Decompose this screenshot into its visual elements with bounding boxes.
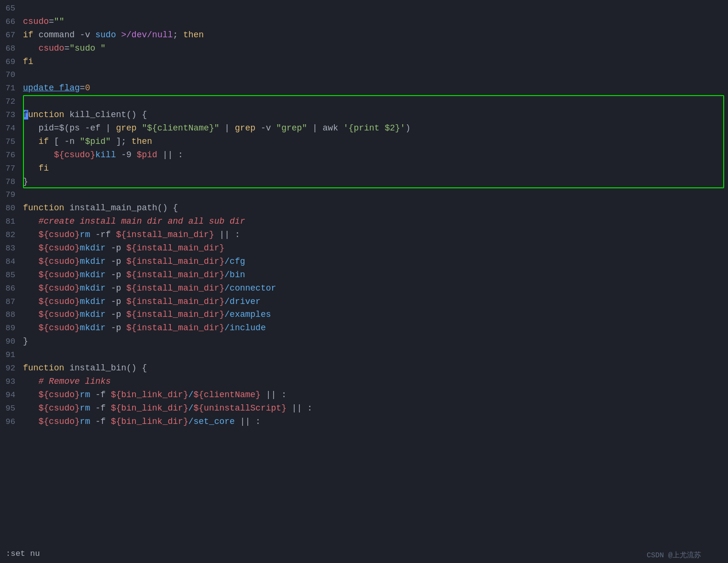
table-row: 68 csudo="sudo " [0, 42, 728, 55]
line-number: 74 [0, 122, 23, 135]
line-content: function kill_client() { [23, 108, 728, 122]
line-number: 70 [0, 69, 23, 81]
table-row: 86 ${csudo}mkdir -p ${install_main_dir}/… [0, 282, 728, 295]
line-number: 85 [0, 269, 23, 282]
line-content: ${csudo}kill -9 $pid || : [23, 149, 728, 162]
line-number: 66 [0, 16, 23, 28]
line-content: update_flag=0 [23, 82, 728, 95]
line-number: 93 [0, 376, 23, 388]
line-content: ${csudo}rm -f ${bin_link_dir}/${clientNa… [23, 389, 728, 402]
table-row: 91 [0, 348, 728, 362]
line-number: 90 [0, 336, 23, 348]
line-number: 80 [0, 202, 23, 215]
line-content: ${csudo}rm -f ${bin_link_dir}/set_core |… [23, 415, 728, 429]
watermark-text: CSDN @上尤流苏 [647, 552, 701, 560]
line-content: ${csudo}mkdir -p ${install_main_dir}/dri… [23, 295, 728, 309]
line-number: 92 [0, 362, 23, 375]
table-row: 69fi [0, 55, 728, 69]
table-row: 84 ${csudo}mkdir -p ${install_main_dir}/… [0, 255, 728, 269]
table-row: 88 ${csudo}mkdir -p ${install_main_dir}/… [0, 308, 728, 322]
line-number: 95 [0, 402, 23, 415]
line-number: 67 [0, 29, 23, 42]
line-number: 78 [0, 176, 23, 188]
table-row: 76 ${csudo}kill -9 $pid || : [0, 149, 728, 162]
line-number: 88 [0, 309, 23, 321]
line-content: } [23, 335, 728, 348]
table-row: 96 ${csudo}rm -f ${bin_link_dir}/set_cor… [0, 415, 728, 429]
line-number: 96 [0, 416, 23, 428]
table-row: 74 pid=$(ps -ef | grep "${clientName}" |… [0, 122, 728, 135]
line-content [23, 348, 728, 362]
line-content: ${csudo}mkdir -p ${install_main_dir}/cfg [23, 255, 728, 269]
line-content: fi [23, 162, 728, 175]
cursor: f [23, 110, 28, 119]
line-content: if [ -n "$pid" ]; then [23, 135, 728, 149]
line-content: ${csudo}mkdir -p ${install_main_dir}/con… [23, 282, 728, 295]
table-row: 78} [0, 175, 728, 189]
line-content: } [23, 175, 728, 189]
table-row: 65 [0, 2, 728, 15]
vim-command: :set nu [6, 548, 40, 560]
table-row: 81 #create install main dir and all sub … [0, 215, 728, 228]
line-content [23, 68, 728, 82]
table-row: 90} [0, 335, 728, 348]
line-number: 69 [0, 56, 23, 68]
table-row: 89 ${csudo}mkdir -p ${install_main_dir}/… [0, 322, 728, 335]
line-content: ${csudo}mkdir -p ${install_main_dir} [23, 242, 728, 255]
line-content [23, 188, 728, 202]
line-content [23, 95, 728, 108]
table-row: 93 # Remove links [0, 375, 728, 389]
line-content: function install_main_path() { [23, 202, 728, 215]
table-row: 73function kill_client() { [0, 108, 728, 122]
line-number: 72 [0, 96, 23, 108]
line-number: 91 [0, 349, 23, 361]
line-content: ${csudo}mkdir -p ${install_main_dir}/inc… [23, 322, 728, 335]
line-content: # Remove links [23, 375, 728, 389]
line-content: ${csudo}mkdir -p ${install_main_dir}/exa… [23, 308, 728, 322]
table-row: 66csudo="" [0, 15, 728, 29]
line-number: 83 [0, 242, 23, 255]
line-content: #create install main dir and all sub dir [23, 215, 728, 228]
line-content: if command -v sudo >/dev/null; then [23, 29, 728, 42]
table-row: 83 ${csudo}mkdir -p ${install_main_dir} [0, 242, 728, 255]
line-content: ${csudo}rm -rf ${install_main_dir} || : [23, 228, 728, 242]
line-content: fi [23, 55, 728, 69]
line-number: 86 [0, 282, 23, 295]
table-row: 85 ${csudo}mkdir -p ${install_main_dir}/… [0, 269, 728, 282]
line-number: 77 [0, 162, 23, 175]
line-content: ${csudo}rm -f ${bin_link_dir}/${uninstal… [23, 402, 728, 415]
line-number: 82 [0, 229, 23, 241]
line-number: 87 [0, 296, 23, 308]
table-row: 79 [0, 188, 728, 202]
line-number: 81 [0, 216, 23, 228]
table-row: 92function install_bin() { [0, 362, 728, 375]
line-content: pid=$(ps -ef | grep "${clientName}" | gr… [23, 122, 728, 135]
table-row: 70 [0, 68, 728, 82]
line-number: 76 [0, 149, 23, 162]
table-row: 77 fi [0, 162, 728, 175]
table-row: 95 ${csudo}rm -f ${bin_link_dir}/${unins… [0, 402, 728, 415]
line-number: 75 [0, 136, 23, 148]
line-number: 94 [0, 389, 23, 401]
status-bar: CSDN @上尤流苏 [639, 548, 728, 563]
line-content [23, 2, 728, 15]
line-content: ${csudo}mkdir -p ${install_main_dir}/bin [23, 269, 728, 282]
table-row: 67if command -v sudo >/dev/null; then [0, 29, 728, 42]
line-content: function install_bin() { [23, 362, 728, 375]
table-row: 71update_flag=0 [0, 82, 728, 95]
line-number: 79 [0, 189, 23, 201]
line-number: 71 [0, 82, 23, 95]
line-number: 73 [0, 109, 23, 121]
table-row: 80function install_main_path() { [0, 202, 728, 215]
table-row: 75 if [ -n "$pid" ]; then [0, 135, 728, 149]
table-row: 94 ${csudo}rm -f ${bin_link_dir}/${clien… [0, 389, 728, 402]
line-number: 89 [0, 322, 23, 335]
line-number: 68 [0, 43, 23, 55]
line-number: 84 [0, 256, 23, 268]
table-row: 87 ${csudo}mkdir -p ${install_main_dir}/… [0, 295, 728, 309]
line-content: csudo="" [23, 15, 728, 29]
line-content: csudo="sudo " [23, 42, 728, 55]
table-row: 82 ${csudo}rm -rf ${install_main_dir} ||… [0, 228, 728, 242]
code-editor: 65 66csudo=""67if command -v sudo >/dev/… [0, 0, 728, 431]
line-number: 65 [0, 2, 23, 15]
